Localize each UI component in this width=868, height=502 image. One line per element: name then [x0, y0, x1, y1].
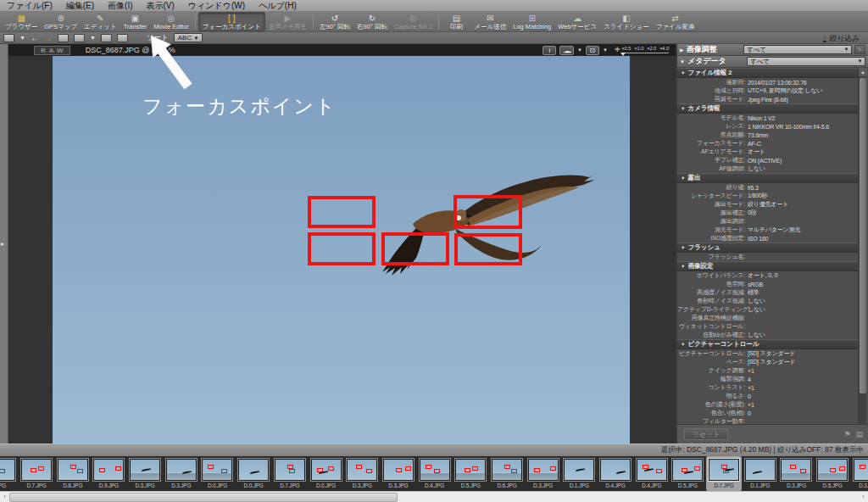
collapse-icon[interactable]: ▼	[680, 59, 685, 64]
rotate-right-button[interactable]: ↻右90° 回転	[353, 12, 391, 31]
menu-item-4[interactable]: ウィンドウ(W)	[188, 0, 245, 12]
menu-item-5[interactable]: ヘルプ(H)	[259, 0, 297, 12]
filmstrip-thumbnail[interactable]: D.4.JPG	[598, 456, 634, 491]
rotate-left-button[interactable]: ↺左90° 回転	[316, 12, 353, 31]
scroll-up-icon[interactable]: ▲	[859, 68, 867, 76]
slideshow-button[interactable]: ◧スライドショー	[600, 12, 653, 31]
filmstrip-thumbnail[interactable]: D.9.JPG	[91, 456, 127, 491]
list-icon[interactable]: ▤	[855, 430, 863, 438]
filmstrip-thumbnail[interactable]: D.0.JPG	[199, 456, 236, 491]
scroll-left-icon[interactable]: ‹	[0, 492, 9, 502]
info-button[interactable]: i	[542, 46, 556, 55]
apply-adjustments-icon[interactable]: ✎	[854, 45, 865, 54]
edit-button[interactable]: ✎エディット	[81, 12, 120, 31]
filmstrip-thumbnail[interactable]: D.0.JPG	[236, 456, 272, 491]
metadata-row: アクティブD-ライティング:しない	[677, 305, 860, 314]
expand-browser-icon[interactable]: ▸	[1, 240, 4, 248]
log-matching-button[interactable]: ⊞Log Matching	[509, 12, 554, 31]
filmstrip-thumbnail[interactable]: D.4.JPG	[633, 456, 670, 491]
filmstrip-thumbnail[interactable]: .JPG	[0, 456, 19, 491]
scrollbar-thumb[interactable]	[860, 78, 866, 393]
filmstrip-thumbnail[interactable]: D.7.JPG	[272, 456, 309, 491]
filmstrip-thumbnail[interactable]: D.8.JPG	[54, 456, 91, 491]
menu-item-2[interactable]: 画像(I)	[108, 0, 132, 12]
histogram-dropdown-icon[interactable]: ▼	[577, 47, 582, 53]
metadata-row: AF微調節:しない	[677, 165, 860, 173]
collapse-icon[interactable]: ▶	[680, 47, 684, 53]
camera-settings-icon[interactable]	[117, 34, 128, 42]
print-button[interactable]: ▤印刷	[442, 12, 470, 31]
mail-button[interactable]: ✉メール送信	[470, 12, 509, 31]
photo-canvas[interactable]: フォーカスポイント	[53, 56, 630, 443]
file-convert-button[interactable]: ⇄ファイル変換	[653, 12, 698, 31]
filmstrip-scrollbar[interactable]: ‹ ›	[0, 491, 868, 502]
filmstrip-thumbnail[interactable]: D.3.JPG	[525, 456, 561, 491]
scroll-right-icon[interactable]: ›	[859, 492, 868, 502]
metadata-filter-dropdown[interactable]: すべて▼	[747, 57, 865, 66]
fit-screen-button[interactable]: ⊡	[586, 46, 599, 55]
histogram-button[interactable]: ▁▃▂	[559, 46, 574, 55]
web-service-button[interactable]: ☁Webサービス	[554, 12, 600, 31]
metadata-row: 色合い(色相):0	[677, 409, 860, 417]
back-icon[interactable]: ←	[31, 33, 39, 43]
metadata-row: クイック調整:+1	[677, 366, 860, 375]
metadata-section-header[interactable]: ▼フラッシュ	[677, 243, 860, 253]
slideshow-icon: ◧	[622, 14, 630, 23]
metadata-label: 高感度ノイズ低減:	[677, 288, 745, 297]
filmstrip-thumbnail[interactable]: D.0.JPG	[308, 456, 344, 491]
metadata-section-header[interactable]: ▼画像設定	[677, 261, 860, 271]
menu-item-3[interactable]: 表示(V)	[147, 0, 175, 12]
filmstrip-thumbnail[interactable]: D.3.JPG	[127, 456, 164, 491]
metadata-section-header[interactable]: ▼露出	[677, 173, 860, 183]
filmstrip-thumbnail[interactable]: D.5.JPG	[453, 456, 489, 491]
metadata-header-row[interactable]: ▼ メタデータ すべて▼	[677, 56, 868, 68]
rating-icon[interactable]	[74, 34, 85, 42]
metadata-scrollbar[interactable]: ▲ ▼	[858, 68, 866, 444]
filmstrip-thumbnail[interactable]: D.1.JPG	[561, 456, 598, 491]
focus-point-button[interactable]: [ ]フォーカスポイント	[198, 12, 265, 31]
zoom-control[interactable]: ✛ ×0.5 ×1.0 ×2.0 ×4.0	[615, 46, 669, 54]
filmstrip-thumbnail[interactable]: D.3.JPG	[381, 456, 417, 491]
filmstrip-thumbnail[interactable]: D.4.JPG	[416, 456, 453, 491]
view-mode-dropdown-icon[interactable]: ▼	[19, 35, 25, 41]
metadata-row: ISO感度設定:ISO 160	[677, 234, 860, 243]
reset-button[interactable]: リセット	[684, 428, 728, 440]
filmstrip-thumbnail[interactable]: D.3.JPG	[344, 456, 381, 491]
filmstrip-thumbnail[interactable]: D.1.JPG	[742, 456, 778, 491]
filmstrip-thumbnail[interactable]: D.6.JPG	[489, 456, 526, 491]
menu-item-1[interactable]: 編集(E)	[66, 0, 94, 12]
left-collapse-strip[interactable]: ▸	[0, 44, 8, 443]
menu-item-0[interactable]: ファイル(F)	[7, 0, 53, 12]
filmstrip-scrollbar-thumb[interactable]	[9, 493, 398, 502]
filmstrip-thumbnail-selected[interactable]: D.7.JPG	[706, 456, 743, 491]
filter-button[interactable]: ↓ 絞り込み	[818, 32, 865, 43]
metadata-row: 画質モード:Jpeg Fine (8-bit)	[677, 95, 860, 103]
dropdown-arrow-icon: ▼	[843, 46, 850, 53]
metadata-value: マルチパターン測光	[748, 226, 800, 234]
view-mode-icon[interactable]	[3, 34, 14, 42]
forward-icon[interactable]: →	[44, 33, 53, 43]
file-operations-icon[interactable]	[58, 34, 69, 42]
copy-icon[interactable]	[101, 34, 112, 42]
zoom-ruler[interactable]: ×0.5 ×1.0 ×2.0 ×4.0	[622, 46, 669, 53]
sort-order-dropdown[interactable]: ABC ▼	[174, 33, 203, 42]
filmstrip-thumbnail[interactable]: D.7.JPG	[19, 456, 55, 491]
adjustments-header-row[interactable]: ▶ 画像調整 すべて▼ ✎	[677, 44, 868, 56]
rating-dropdown-icon[interactable]: ▼	[90, 35, 96, 41]
metadata-section-header[interactable]: ▼カメラ情報	[677, 103, 860, 114]
adjustments-filter-dropdown[interactable]: すべて▼	[743, 45, 852, 54]
filmstrip-thumbnail[interactable]: D.3.JPG	[163, 456, 199, 491]
movie-editor-button[interactable]: ◎Movie Editor	[150, 12, 192, 31]
gps-map-button[interactable]: ⊕GPSマップ	[41, 12, 81, 31]
filmstrip-thumbnail[interactable]: D.3.JPG	[851, 456, 868, 491]
flag-icon[interactable]: ⚑	[843, 430, 850, 438]
fit-dropdown-icon[interactable]: ▼	[603, 47, 608, 53]
transfer-button[interactable]: ▣Transfer	[120, 12, 150, 31]
filmstrip-thumbnail[interactable]: D.5.JPG	[670, 456, 706, 491]
filmstrip-thumbnail[interactable]: D.5.JPG	[815, 456, 851, 491]
metadata-section-header[interactable]: ▼ファイル情報 2	[677, 68, 860, 78]
filmstrip-thumbnail[interactable]: D.3.JPG	[778, 456, 815, 491]
log-matching-icon: ⊞	[529, 14, 536, 23]
browser-button[interactable]: ▦ブラウザー	[2, 12, 41, 31]
metadata-section-header[interactable]: ▼ピクチャーコントロール	[677, 339, 860, 349]
